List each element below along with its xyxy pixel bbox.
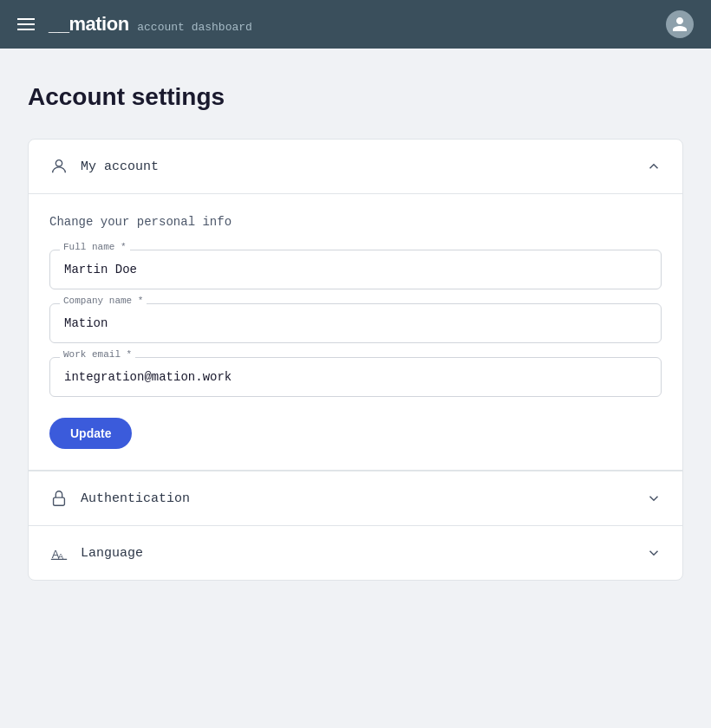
authentication-chevron-down-icon: [646, 491, 662, 506]
company-name-label: Company name *: [60, 296, 147, 306]
update-button[interactable]: Update: [49, 418, 132, 449]
full-name-label: Full name *: [60, 242, 130, 252]
my-account-description: Change your personal info: [49, 215, 662, 229]
full-name-field: Full name *: [49, 250, 662, 289]
my-account-section-header[interactable]: My account: [29, 140, 682, 194]
user-icon: [671, 16, 688, 33]
company-name-input[interactable]: [49, 303, 662, 343]
work-email-input[interactable]: [49, 357, 662, 397]
language-section-header[interactable]: A A Language: [29, 525, 682, 580]
page-title: Account settings: [28, 83, 683, 111]
company-name-field: Company name *: [49, 303, 662, 343]
settings-card: My account Change your personal info Ful…: [28, 139, 683, 581]
authentication-header-left: Authentication: [49, 489, 190, 508]
language-title: Language: [81, 546, 143, 561]
my-account-title: My account: [81, 159, 159, 174]
language-icon: A A: [49, 543, 68, 562]
my-account-expanded: Change your personal info Full name * Co…: [29, 194, 682, 471]
person-icon: [49, 157, 68, 176]
language-header-left: A A Language: [49, 543, 143, 562]
authentication-title: Authentication: [81, 491, 190, 506]
authentication-section-header[interactable]: Authentication: [29, 471, 682, 525]
user-avatar-button[interactable]: [666, 10, 694, 38]
logo-text: __mation: [49, 13, 134, 35]
main-content: Account settings My account Chan: [0, 49, 711, 615]
logo: __mation account dashboard: [49, 13, 252, 36]
header-subtitle: account dashboard: [137, 21, 252, 34]
svg-point-0: [55, 160, 62, 166]
header: __mation account dashboard: [0, 0, 711, 49]
header-left: __mation account dashboard: [17, 13, 252, 36]
work-email-label: Work email *: [60, 349, 135, 360]
hamburger-menu-button[interactable]: [17, 18, 35, 30]
language-chevron-down-icon: [646, 545, 662, 561]
my-account-header-left: My account: [49, 157, 159, 176]
svg-rect-1: [54, 497, 65, 505]
lock-icon: [49, 489, 68, 508]
work-email-field: Work email *: [49, 357, 662, 397]
chevron-up-icon: [646, 159, 662, 174]
full-name-input[interactable]: [49, 250, 662, 289]
